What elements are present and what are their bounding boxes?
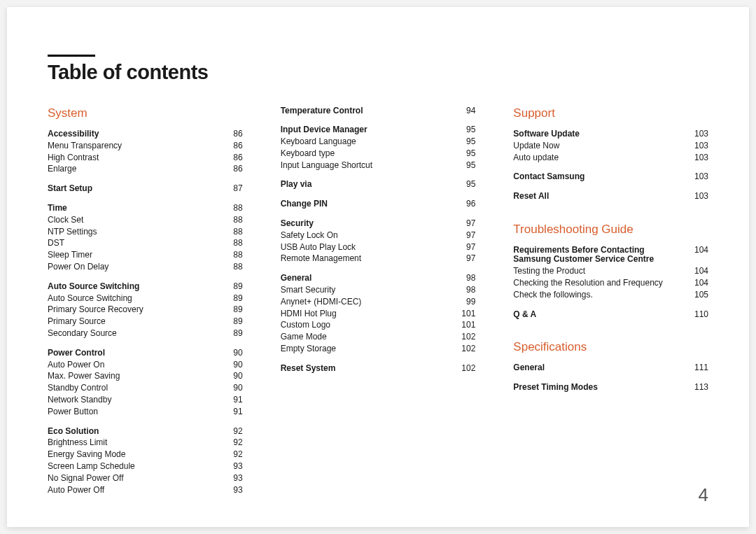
toc-label: DST (48, 239, 222, 248)
toc-label: Input Device Manager (281, 125, 455, 135)
section-heading[interactable]: Troubleshooting Guide (513, 223, 708, 237)
toc-row[interactable]: Primary Source Recovery89 (48, 304, 243, 316)
toc-group: Start Setup87 (48, 183, 243, 195)
toc-page: 88 (222, 251, 243, 260)
section-heading[interactable]: Support (513, 106, 708, 120)
toc-row[interactable]: Energy Saving Mode92 (48, 449, 243, 461)
toc-label: Preset Timing Modes (513, 383, 687, 393)
toc-row[interactable]: Update Now103 (513, 140, 708, 152)
toc-row[interactable]: Play via95 (281, 179, 476, 191)
toc-row[interactable]: Security97 (281, 218, 476, 230)
toc-label: Standby Control (48, 384, 222, 393)
toc-page: 104 (687, 267, 708, 276)
toc-row[interactable]: Empty Storage102 (281, 344, 476, 356)
toc-row[interactable]: Q & A110 (513, 309, 708, 321)
toc-row[interactable]: Testing the Product104 (513, 266, 708, 278)
toc-row[interactable]: USB Auto Play Lock97 (281, 241, 476, 253)
toc-page: 89 (222, 317, 243, 327)
toc-row[interactable]: Temperature Control94 (281, 105, 476, 117)
toc-row[interactable]: Contact Samsung103 (513, 171, 708, 183)
toc-row[interactable]: Brightness Limit92 (48, 437, 243, 449)
toc-row[interactable]: General98 (281, 273, 476, 285)
toc-row[interactable]: Auto Power On90 (48, 359, 243, 371)
toc-label: Clock Set (48, 216, 222, 225)
toc-row[interactable]: Reset System102 (281, 363, 476, 374)
toc-row[interactable]: Check the followings.105 (513, 289, 708, 301)
toc-row[interactable]: Reset All103 (513, 191, 708, 203)
toc-label: Temperature Control (281, 106, 455, 116)
toc-group: Change PIN96 (281, 199, 476, 211)
toc-row[interactable]: Checking the Resolution and Frequency104 (513, 277, 708, 289)
toc-row[interactable]: Auto Source Switching89 (48, 293, 243, 304)
toc-row[interactable]: NTP Settings88 (48, 226, 243, 238)
toc-row[interactable]: Power Button91 (48, 406, 243, 418)
toc-row[interactable]: HDMI Hot Plug101 (281, 308, 476, 320)
toc-label: NTP Settings (48, 227, 222, 237)
toc-group: Power Control90Auto Power On90Max. Power… (48, 347, 243, 418)
toc-row[interactable]: Eco Solution92 (48, 426, 243, 437)
toc-label: Menu Transparency (48, 141, 222, 151)
toc-page: 103 (687, 153, 708, 163)
toc-row[interactable]: Safety Lock On97 (281, 230, 476, 241)
toc-page: 103 (687, 192, 708, 202)
toc-row[interactable]: Software Update103 (513, 129, 708, 141)
toc-row[interactable]: Remote Management97 (281, 253, 476, 265)
toc-row[interactable]: Standby Control90 (48, 383, 243, 395)
toc-row[interactable]: Game Mode102 (281, 332, 476, 344)
toc-row[interactable]: Change PIN96 (281, 199, 476, 211)
toc-row[interactable]: DST88 (48, 238, 243, 250)
toc-row[interactable]: Screen Lamp Schedule93 (48, 461, 243, 472)
toc-label: Network Standby (48, 395, 222, 405)
toc-label: Accessibility (48, 129, 222, 139)
toc-row[interactable]: Start Setup87 (48, 183, 243, 195)
toc-row[interactable]: Secondary Source89 (48, 328, 243, 340)
toc-label: Checking the Resolution and Frequency (513, 279, 687, 288)
toc-row[interactable]: Requirements Before Contacting Samsung C… (513, 244, 708, 266)
toc-page: 110 (687, 310, 708, 320)
toc-page: 102 (454, 344, 475, 354)
toc-label: Auto Source Switching (48, 282, 222, 292)
toc-row[interactable]: Menu Transparency86 (48, 140, 243, 152)
toc-row[interactable]: Auto Source Switching89 (48, 281, 243, 293)
toc-row[interactable]: Auto Power Off93 (48, 484, 243, 496)
section-heading[interactable]: Specifications (513, 340, 708, 354)
toc-row[interactable]: Time88 (48, 203, 243, 215)
section-heading[interactable]: System (48, 106, 243, 120)
toc-label: Security (281, 219, 455, 229)
toc-row[interactable]: High Contrast86 (48, 152, 243, 164)
toc-page: 88 (222, 262, 243, 272)
page-title: Table of contents (48, 61, 708, 84)
toc-row[interactable]: Keyboard Language95 (281, 136, 476, 148)
toc-page: 90 (222, 384, 243, 393)
toc-row[interactable]: Anynet+ (HDMI-CEC)99 (281, 296, 476, 308)
toc-row[interactable]: Keyboard type95 (281, 148, 476, 160)
title-rule (48, 55, 95, 57)
toc-row[interactable]: No Signal Power Off93 (48, 472, 243, 484)
toc-row[interactable]: Accessibility86 (48, 129, 243, 141)
toc-row[interactable]: Power On Delay88 (48, 262, 243, 274)
toc-group: Eco Solution92Brightness Limit92Energy S… (48, 426, 243, 496)
toc-row[interactable]: Clock Set88 (48, 214, 243, 226)
toc-column: Temperature Control94Input Device Manage… (281, 105, 476, 504)
toc-row[interactable]: Preset Timing Modes113 (513, 381, 708, 393)
toc-row[interactable]: General111 (513, 362, 708, 374)
toc-label: Auto Power On (48, 360, 222, 370)
toc-row[interactable]: Smart Security98 (281, 285, 476, 297)
toc-row[interactable]: Input Device Manager95 (281, 125, 476, 136)
toc-row[interactable]: Enlarge86 (48, 164, 243, 176)
toc-group: General98Smart Security98Anynet+ (HDMI-C… (281, 273, 476, 356)
toc-row[interactable]: Power Control90 (48, 347, 243, 359)
toc-row[interactable]: Custom Logo101 (281, 320, 476, 332)
toc-row[interactable]: Input Language Shortcut95 (281, 160, 476, 171)
toc-page: 92 (222, 438, 243, 448)
toc-label: Brightness Limit (48, 438, 222, 448)
toc-row[interactable]: Primary Source89 (48, 316, 243, 328)
toc-page: 89 (222, 329, 243, 339)
toc-label: Q & A (513, 310, 687, 320)
toc-row[interactable]: Max. Power Saving90 (48, 371, 243, 383)
toc-label: HDMI Hot Plug (281, 309, 455, 319)
toc-group: Accessibility86Menu Transparency86High C… (48, 129, 243, 176)
toc-row[interactable]: Auto update103 (513, 152, 708, 164)
toc-row[interactable]: Sleep Timer88 (48, 250, 243, 262)
toc-row[interactable]: Network Standby91 (48, 394, 243, 406)
